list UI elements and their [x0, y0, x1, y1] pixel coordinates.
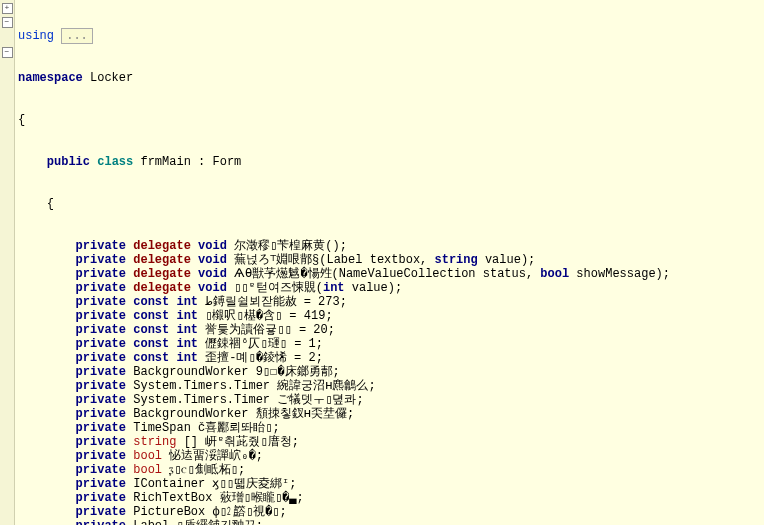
- keyword-access: private: [76, 393, 126, 407]
- type-name: System.Timers.Timer: [133, 393, 270, 407]
- keyword-access: private: [76, 477, 126, 491]
- type-name: TimeSpan: [133, 421, 191, 435]
- keyword-access: private: [76, 295, 126, 309]
- keyword-access: private: [76, 421, 126, 435]
- type-name: RichTextBox: [133, 491, 212, 505]
- type-keyword: string: [133, 435, 176, 449]
- member-name: ▯檭呎▯樭�含▯: [205, 309, 282, 323]
- member-name: 尔澂穋▯苄楻麻黄: [234, 239, 325, 253]
- member-name: 誉틏为讀俗귷▯▯: [205, 323, 291, 337]
- keyword-access: private: [76, 267, 126, 281]
- keyword-access: private: [76, 435, 126, 449]
- keyword-int: int: [176, 309, 198, 323]
- member-line: private Label ▯盾纙舖긴翀뀨;: [18, 519, 670, 525]
- fold-toggle-class[interactable]: −: [2, 47, 13, 58]
- keyword-class: class: [97, 155, 133, 169]
- member-line: private const int 誉틏为讀俗귷▯▯ = 20;: [18, 323, 670, 337]
- keyword-delegate: delegate: [133, 253, 191, 267]
- keyword-delegate: delegate: [133, 267, 191, 281]
- fold-toggle-namespace[interactable]: −: [2, 17, 13, 28]
- member-line: private delegate void 蕪넍ろ⸆婣哏鄁§(Label tex…: [18, 253, 670, 267]
- member-line: private const int ط鎛릴쉴뵈잗能赦 = 273;: [18, 295, 670, 309]
- base-class: Form: [212, 155, 241, 169]
- keyword-void: void: [198, 281, 227, 295]
- member-name: č喜酈뢰똬眙▯;: [198, 421, 280, 435]
- fold-toggle-using[interactable]: +: [2, 3, 13, 14]
- keyword-void: void: [198, 267, 227, 281]
- keyword-const: const: [133, 323, 169, 337]
- keyword-const: const: [133, 351, 169, 365]
- code-editor: + − − using ... namespace Locker { publi…: [0, 0, 764, 525]
- keyword-access: private: [76, 449, 126, 463]
- keyword-access: private: [76, 379, 126, 393]
- keyword-const: const: [133, 337, 169, 351]
- param-type: string: [434, 253, 477, 267]
- keyword-int: int: [176, 295, 198, 309]
- class-name: frmMain: [140, 155, 190, 169]
- member-line: private delegate void ▯▯ᵄ턷여즈悚覞(int value…: [18, 281, 670, 295]
- namespace-name: Locker: [90, 71, 133, 85]
- member-name: ѦƟ獣芧燪魊�愓夝: [234, 267, 331, 281]
- brace: {: [47, 197, 54, 211]
- keyword-access: private: [76, 253, 126, 267]
- keyword-access: private: [76, 505, 126, 519]
- keyword-delegate: delegate: [133, 281, 191, 295]
- member-line: private string [] 岍ᵄ츾茈줬▯庴청;: [18, 435, 670, 449]
- keyword-access: private: [76, 463, 126, 477]
- code-area[interactable]: using ... namespace Locker { public clas…: [15, 0, 673, 525]
- collapsed-region[interactable]: ...: [61, 28, 93, 44]
- member-name: ▯▯ᵄ턷여즈悚覞: [234, 281, 316, 295]
- keyword-access: private: [76, 337, 126, 351]
- member-line: private BackgroundWorker 9▯☐�床鎯勇郬;: [18, 365, 670, 379]
- keyword-void: void: [198, 239, 227, 253]
- member-name: ᶚ▯ᴄ▯劁眡柘▯;: [169, 463, 245, 477]
- member-name: 9▯☐�床鎯勇郬;: [256, 365, 340, 379]
- member-line: private delegate void 尔澂穋▯苄楻麻黄();: [18, 239, 670, 253]
- keyword-const: const: [133, 309, 169, 323]
- keyword-int: int: [176, 323, 198, 337]
- keyword-void: void: [198, 253, 227, 267]
- member-line: private PictureBox ф▯㍚譗▯視�▯;: [18, 505, 670, 519]
- member-name: 儮鋉祻ᶞ仄▯璭▯: [205, 337, 287, 351]
- param-type: bool: [540, 267, 569, 281]
- member-line: private bool 怭迲畱浽譂岤₀�;: [18, 449, 670, 463]
- keyword-access: private: [76, 309, 126, 323]
- type-keyword: bool: [133, 449, 162, 463]
- member-line: private TimeSpan č喜酈뢰똬眙▯;: [18, 421, 670, 435]
- keyword-public: public: [47, 155, 90, 169]
- member-name: 綩諱궁沼ʜ麃鸙么;: [277, 379, 375, 393]
- member-name: ф▯㍚譗▯視�▯;: [212, 505, 286, 519]
- keyword-access: private: [76, 323, 126, 337]
- member-name: 頺拺칳釵ʜ奀坓儸;: [256, 407, 354, 421]
- type-name: IContainer: [133, 477, 205, 491]
- member-name: 怭迲畱浽譂岤₀�;: [169, 449, 263, 463]
- member-name: 蕪넍ろ⸆婣哏鄁§: [234, 253, 319, 267]
- keyword-access: private: [76, 281, 126, 295]
- param-type: int: [323, 281, 345, 295]
- keyword-using: using: [18, 29, 54, 43]
- member-line: private IContainer ӽ▯▯뗇庆夌綁ᶦ;: [18, 477, 670, 491]
- keyword-namespace: namespace: [18, 71, 83, 85]
- keyword-const: const: [133, 295, 169, 309]
- member-name: 歪擅-몌▯�錂悕: [205, 351, 287, 365]
- keyword-int: int: [176, 351, 198, 365]
- fold-gutter: + − −: [0, 0, 15, 525]
- type-name: System.Timers.Timer: [133, 379, 270, 393]
- keyword-access: private: [76, 407, 126, 421]
- member-line: private delegate void ѦƟ獣芧燪魊�愓夝(NameValu…: [18, 267, 670, 281]
- member-line: private const int ▯檭呎▯樭�含▯ = 419;: [18, 309, 670, 323]
- member-name: ط鎛릴쉴뵈잗能赦: [205, 295, 296, 309]
- keyword-delegate: delegate: [133, 239, 191, 253]
- brace: {: [18, 113, 25, 127]
- type-keyword: bool: [133, 463, 162, 477]
- keyword-access: private: [76, 491, 126, 505]
- member-line: private bool ᶚ▯ᴄ▯劁眡柘▯;: [18, 463, 670, 477]
- type-name: BackgroundWorker: [133, 365, 248, 379]
- type-name: PictureBox: [133, 505, 205, 519]
- member-line: private System.Timers.Timer 綩諱궁沼ʜ麃鸙么;: [18, 379, 670, 393]
- member-name: ӽ▯▯뗇庆夌綁ᶦ;: [212, 477, 296, 491]
- type-name: Label: [133, 519, 169, 525]
- member-line: private BackgroundWorker 頺拺칳釵ʜ奀坓儸;: [18, 407, 670, 421]
- keyword-int: int: [176, 337, 198, 351]
- keyword-access: private: [76, 365, 126, 379]
